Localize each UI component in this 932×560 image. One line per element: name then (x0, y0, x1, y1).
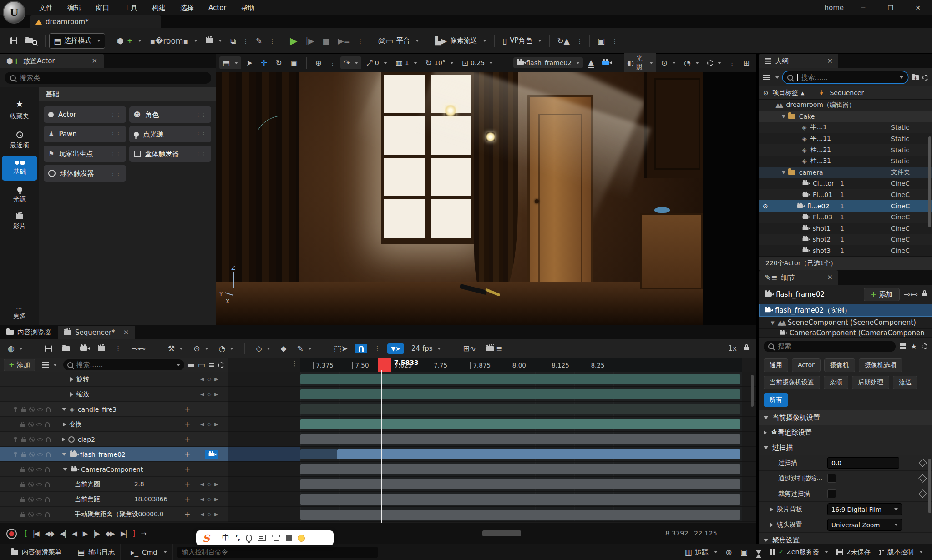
playback-options-dropdown[interactable]: ◔ (216, 342, 237, 355)
playhead-marker[interactable] (378, 358, 391, 372)
unreal-engine-logo-icon[interactable]: U (3, 1, 25, 24)
component-row-scene-component[interactable]: ▼▲▲ SceneComponent (SceneComponent) (759, 317, 932, 329)
keyframe-nav[interactable]: ◀◇▶ (200, 496, 218, 502)
section-view-tracking[interactable]: 查看追踪设置 (759, 425, 932, 440)
play-button[interactable]: ▶ (286, 33, 301, 49)
lock-icon[interactable] (20, 482, 25, 487)
view-options-dropdown[interactable]: ⊙ (190, 342, 211, 355)
solo-icon[interactable] (37, 437, 43, 442)
render-movie-button[interactable] (95, 344, 108, 353)
mute-icon[interactable] (29, 407, 35, 412)
place-item-pawn[interactable]: ♟Pawn⋮⋮ (44, 126, 126, 142)
show-flags-dropdown[interactable]: ⊙ (658, 56, 679, 69)
viewport-settings-dropdown[interactable] (704, 58, 724, 68)
mute-icon[interactable] (28, 467, 34, 472)
play-reverse-button[interactable]: ◀ (69, 530, 80, 538)
menu-file[interactable]: 文件 (33, 2, 59, 14)
outliner-row-shot3[interactable]: shot31CineC (759, 245, 932, 257)
solo-icon[interactable] (36, 422, 42, 427)
add-key-button[interactable]: + (184, 510, 190, 519)
cmd-dropdown[interactable]: ▸_Cmd (125, 544, 173, 560)
outliner-row-camera-folder[interactable]: ▼camera文件夹 (759, 167, 932, 178)
pixel-streaming-dropdown[interactable]: ▙▶像素流送 (431, 34, 491, 48)
place-item-player-start[interactable]: ⚑玩家出生点⋮⋮ (44, 146, 126, 162)
sequencer-add-button[interactable]: +添加 (4, 359, 35, 371)
details-lock-icon[interactable] (922, 293, 927, 296)
track-row-camera-component[interactable]: CameraComponent + (0, 462, 228, 477)
track-row-clap2[interactable]: clap2 + (0, 432, 228, 447)
browse-content-button[interactable] (21, 35, 41, 46)
lock-icon[interactable] (21, 437, 26, 442)
revision-control-dropdown[interactable]: 版本控制 (879, 548, 923, 556)
outliner-row-world[interactable]: ▲▲dreamroom（编辑器） (759, 100, 932, 111)
view-end-value[interactable]: 8.3792 (665, 530, 689, 537)
favorites-icon[interactable]: ★ (911, 342, 917, 351)
maximize-viewport-button[interactable]: ⊞ (740, 56, 753, 69)
playhead-snap-button[interactable]: ▼➤ (387, 343, 404, 354)
save-sequence-button[interactable] (42, 343, 55, 354)
loop-mode-button[interactable]: → (137, 530, 150, 538)
ime-mic-icon[interactable] (246, 535, 252, 542)
derived-data-button[interactable]: ↻▲ (553, 34, 574, 48)
scale-tool[interactable]: ▣ (287, 56, 301, 69)
keyframe-nav[interactable]: ◀◇▶ (200, 391, 218, 397)
sequencer-vertical-scrollbar[interactable] (751, 375, 754, 407)
step-forward-button[interactable]: |▶ (90, 530, 102, 538)
location-snap-dropdown[interactable]: ⤢0 (363, 56, 390, 69)
component-row-camera-component[interactable]: CameraComponent (CameraComponen (759, 329, 932, 338)
ime-skin-icon[interactable] (272, 535, 280, 541)
solo-icon[interactable] (36, 512, 42, 517)
outliner-row-mesh1[interactable]: ◈半...1Static (759, 122, 932, 133)
audio-icon[interactable] (45, 422, 50, 427)
save-button[interactable] (6, 35, 21, 47)
filter-streaming[interactable]: 流送 (893, 376, 917, 389)
filter-current-camera[interactable]: 当前摄像机设置 (764, 376, 820, 389)
render-kebab[interactable]: ⋮ (112, 345, 124, 352)
crop-overscan-checkbox[interactable] (827, 489, 836, 498)
close-button[interactable]: ✕ (910, 4, 926, 11)
solo-icon[interactable] (36, 497, 42, 502)
lock-icon[interactable] (20, 512, 25, 517)
outliner-search-input[interactable]: 搜索...... (783, 71, 908, 83)
outliner-tab[interactable]: 大纲 ✕ (759, 54, 838, 68)
keyframe-diamond-icon[interactable] (918, 474, 927, 483)
track-row-transform[interactable]: 变换 + ◀◇▶ (0, 417, 228, 432)
keyframe-diamond-icon[interactable] (918, 459, 927, 467)
maximize-button[interactable]: ❐ (883, 4, 898, 11)
menu-window[interactable]: 窗口 (89, 2, 116, 14)
mute-icon[interactable] (28, 497, 34, 502)
track-row-current-focal-length[interactable]: 当前焦距 18.003866 + ◀◇▶ (0, 492, 228, 507)
keyframe-diamond-icon[interactable] (918, 490, 927, 498)
ruler-kebab[interactable]: ⋮ (291, 359, 298, 368)
outliner-filter-icon[interactable] (763, 75, 770, 80)
add-component-button[interactable]: +添加 (864, 288, 900, 301)
section-current-camera-settings[interactable]: 当前摄像机设置 (759, 410, 932, 425)
ime-punctuation-icon[interactable]: ’, (235, 534, 240, 542)
solo-icon[interactable] (37, 452, 43, 457)
snap-kebab[interactable]: ⋮ (371, 345, 383, 352)
add-section-button[interactable]: + (184, 450, 190, 459)
outliner-row-mesh3[interactable]: ◈柱...21Static (759, 144, 932, 156)
focal-length-value[interactable]: 18.003866 (134, 495, 166, 503)
category-favorites[interactable]: ★ 收藏夹 (2, 94, 37, 125)
zen-server-dropdown[interactable]: ✓Zen服务器 (770, 548, 828, 556)
sogou-logo-icon[interactable]: S (203, 532, 210, 544)
rotate-tool[interactable]: ↻ (273, 56, 285, 69)
mute-icon[interactable] (28, 482, 34, 487)
outliner-row-flash-frame02[interactable]: ⊙fl...e021CineC (759, 200, 932, 212)
sequencer-search-input[interactable]: 搜索...... (63, 359, 184, 370)
actions-dropdown[interactable]: ⚒︎ (165, 342, 186, 355)
performance-dropdown[interactable]: ◔ (681, 56, 702, 69)
toolbar-kebab-2[interactable]: ⋮ (266, 37, 278, 45)
filter-camera[interactable]: 摄像机 (824, 358, 855, 372)
browse-sequence-button[interactable] (59, 344, 73, 353)
keyframe-nav[interactable]: ◀◇▶ (200, 376, 218, 382)
category-more[interactable]: ⋯ 更多 (13, 305, 26, 320)
add-key-button[interactable]: + (184, 480, 190, 489)
outliner-row-mesh4[interactable]: ◈柱...31Static (759, 156, 932, 167)
camera-view-dropdown[interactable]: flash_frame02 (513, 57, 583, 68)
blueprints-dropdown[interactable]: ▪�room▪ (146, 34, 201, 48)
stop-button[interactable]: ■ (318, 34, 334, 48)
viewport-3d-scene[interactable]: Z Y X (216, 72, 703, 325)
edit-mode-dropdown[interactable]: ✎ (294, 342, 315, 355)
